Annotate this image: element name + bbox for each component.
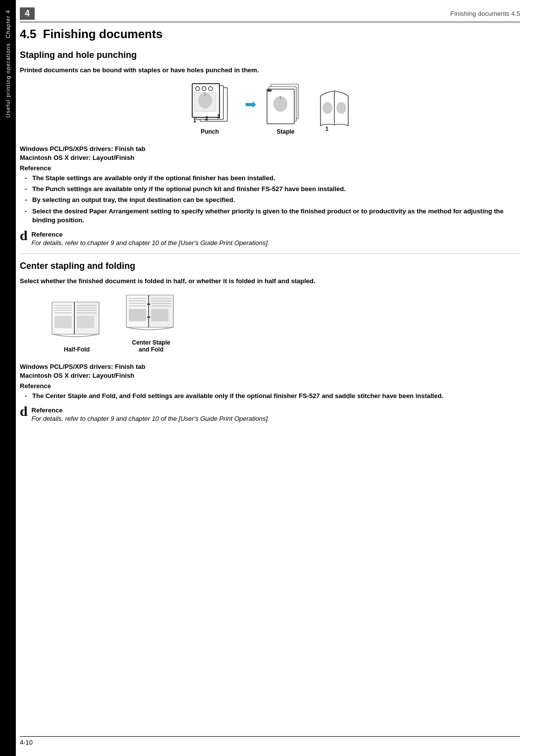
staple-label: Staple [276,128,294,135]
half-fold-group: Half-Fold [50,300,104,353]
punch-label: Punch [201,128,219,135]
svg-text:2: 2 [205,115,208,121]
half-fold-icon [50,300,104,344]
ref-d-icon-1: d [20,229,28,243]
center-staple-fold-label: Center Stapleand Fold [132,339,170,353]
stapling-ref-box: d Reference For details, refer to chapte… [20,231,520,247]
section-title: 4.5 Finishing documents [20,27,520,41]
top-header: 4 Finishing documents 4.5 [20,7,520,22]
open-booklet-group: 1 [316,86,355,131]
stapling-intro: Printed documents can be bound with stap… [20,66,520,74]
stapling-bullet-4: Select the desired Paper Arrangement set… [25,207,520,225]
stapling-subsection-title: Stapling and hole punching [20,50,520,60]
section-number: 4.5 [20,27,36,41]
stapling-ref-italic: For details, refer to chapter 9 and chap… [32,239,269,247]
arrow-icon: ➡ [245,96,256,112]
svg-rect-50 [147,316,150,318]
svg-rect-47 [151,309,168,321]
header-right-text: Finishing documents 4.5 [450,10,520,17]
folding-intro: Select whether the finished document is … [20,277,520,285]
main-content: 4 Finishing documents 4.5 4.5 Finishing … [20,0,520,422]
svg-point-5 [209,87,213,91]
svg-text:1: 1 [325,126,328,131]
stapling-ref-content: Reference For details, refer to chapter … [32,231,269,247]
ref-d-icon-2: d [20,404,28,418]
stapling-bullet-3: By selecting an output tray, the input d… [25,196,520,204]
stapling-driver-line2: Macintosh OS X driver: Layout/Finish [20,154,520,161]
section-divider [20,253,520,254]
svg-rect-49 [147,303,150,305]
svg-point-20 [322,102,332,114]
footer: 4-10 [20,736,520,746]
folding-bullet-list: The Center Staple and Fold, and Fold set… [25,392,520,401]
folding-reference-header: Reference [20,382,520,390]
svg-text:1: 1 [268,125,271,126]
folding-driver-line1: Windows PCL/PS/XPS drivers: Finish tab [20,363,520,370]
folding-ref-box: d Reference For details, refer to chapte… [20,406,520,422]
svg-point-4 [202,87,206,91]
svg-rect-34 [77,316,94,328]
svg-point-3 [196,87,200,91]
punch-group: 1 2 3 Punch [185,82,235,135]
stapling-driver-line1: Windows PCL/PS/XPS drivers: Finish tab [20,145,520,152]
svg-text:3: 3 [217,113,220,119]
stapling-ref-title: Reference [32,231,269,238]
sidebar-chapter-label: Chapter 4 [5,10,11,38]
stapled-output-group: 1 Staple [266,82,306,135]
folding-subsection-title: Center stapling and folding [20,261,520,271]
footer-page-number: 4-10 [20,739,33,746]
svg-rect-17 [268,90,271,92]
center-staple-fold-icon [124,293,178,337]
stapled-icon: 1 [266,82,306,126]
svg-rect-28 [54,316,72,328]
center-staple-fold-group: Center Stapleand Fold [124,293,178,353]
stapling-bullet-1: The Staple settings are available only i… [25,174,520,183]
open-booklet-icon: 1 [316,86,355,131]
folding-driver-line2: Macintosh OS X driver: Layout/Finish [20,372,520,379]
page-number-box: 4 [20,7,35,20]
stapling-reference-header: Reference [20,164,520,172]
punch-icon: 1 2 3 [185,82,235,126]
folding-ref-title: Reference [32,406,269,414]
half-fold-label: Half-Fold [64,346,90,353]
fold-illustrations: Half-Fold [50,293,520,353]
sidebar: Chapter 4 Useful printing operations [0,0,16,756]
svg-text:1: 1 [193,117,196,123]
svg-rect-41 [129,309,146,321]
sidebar-useful-label: Useful printing operations [5,43,11,118]
stapling-bullet-2: The Punch settings are available only if… [25,185,520,194]
folding-ref-content: Reference For details, refer to chapter … [32,406,269,422]
stapling-bullet-list: The Staple settings are available only i… [25,174,520,225]
folding-ref-italic: For details, refer to chapter 9 and chap… [32,415,269,422]
svg-point-21 [336,102,346,114]
punch-staple-illustrations: 1 2 3 Punch ➡ 1 Staple [20,82,520,135]
folding-bullet-1: The Center Staple and Fold, and Fold set… [25,392,520,401]
section-heading: Finishing documents [43,27,162,41]
